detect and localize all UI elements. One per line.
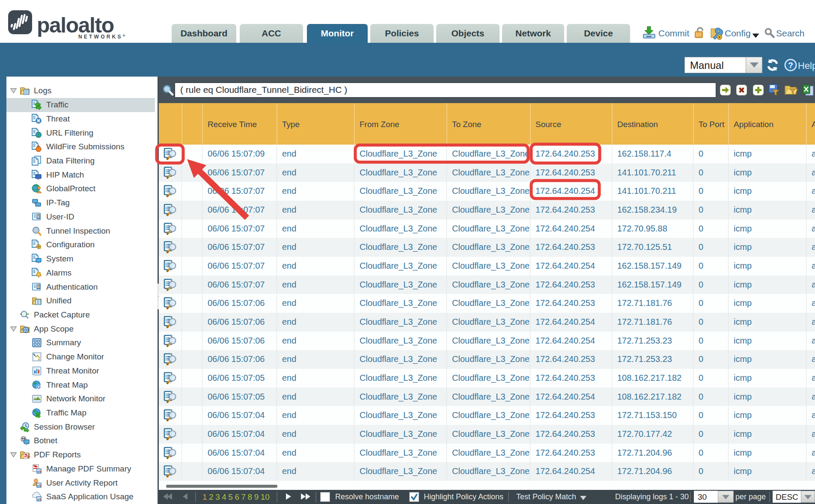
svg-text:PDF: PDF xyxy=(24,455,30,458)
svg-text:?: ? xyxy=(788,61,793,70)
